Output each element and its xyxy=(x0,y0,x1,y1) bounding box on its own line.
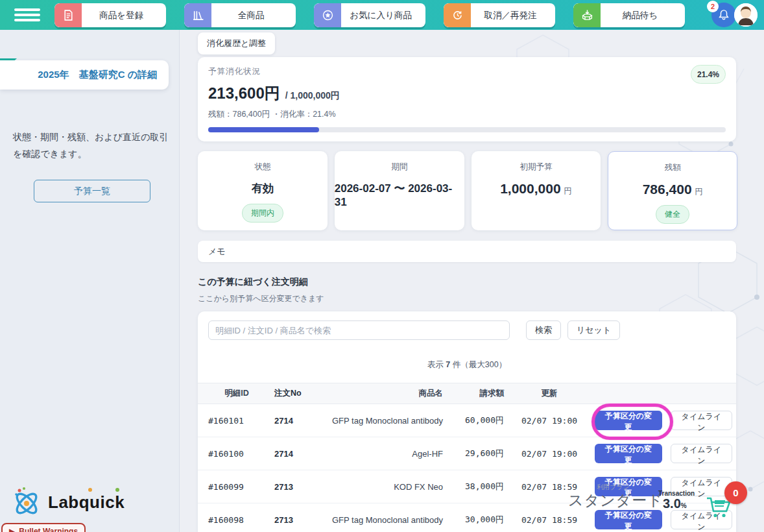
col-updated: 更新 xyxy=(504,388,595,399)
page-title: 2025年 基盤研究C の詳細 xyxy=(0,60,169,90)
col-amount: 請求額 xyxy=(446,388,504,399)
nav-button-0[interactable]: 商品を登録 xyxy=(54,3,166,27)
transaction-value: 3.0% xyxy=(663,496,687,511)
stat-card-3: 残額786,400円健全 xyxy=(608,151,737,230)
memo-label: メモ xyxy=(208,246,226,258)
notification-count-badge: 2 xyxy=(707,1,719,12)
cell-updated: 02/07 19:00 xyxy=(504,449,595,459)
hamburger-menu-icon[interactable] xyxy=(14,6,40,24)
nav-button-label: 取消／再発注 xyxy=(471,10,555,21)
app-logo: Labquick xyxy=(10,487,125,518)
stat-label: 残額 xyxy=(665,162,681,173)
memo-bar[interactable]: メモ xyxy=(198,241,736,262)
cell-detail-id: #160099 xyxy=(208,482,265,492)
cart-count-badge: 0 xyxy=(724,481,747,504)
tab-consumption-history[interactable]: 消化履歴と調整 xyxy=(198,32,275,54)
progress-fill xyxy=(208,127,319,132)
cell-order-no: 2713 xyxy=(265,482,317,492)
logo-wordmark: Labquick xyxy=(48,492,125,513)
change-budget-button[interactable]: 予算区分の変更 xyxy=(595,411,662,430)
timeline-button[interactable]: タイムライン xyxy=(671,444,732,463)
budget-consumption-card: 予算消化状況 213,600円 / 1,000,000円 残額：786,400円… xyxy=(198,57,736,141)
cell-amount: 30,000円 xyxy=(446,514,504,526)
delivery-icon xyxy=(573,3,601,27)
progress-track xyxy=(208,127,726,132)
table-row: #1601002714Agel-HF29,600円02/07 19:00予算区分… xyxy=(198,437,736,470)
consumption-summary: 残額：786,400円 ・消化率：21.4% xyxy=(208,109,336,120)
navbar-buttons: 商品を登録全商品お気に入り商品取消／再発注納品待ち xyxy=(54,3,685,27)
cell-detail-id: #160101 xyxy=(208,416,265,426)
star-icon xyxy=(314,3,341,27)
stat-value: 2026-02-07 〜 2026-03-31 xyxy=(335,181,464,209)
stat-label: 期間 xyxy=(391,162,407,173)
cell-product: Agel-HF xyxy=(317,449,446,459)
nav-button-label: 納品待ち xyxy=(601,10,685,21)
left-sidebar: 2025年 基盤研究C の詳細 状態・期間・残額、および直近の取引を確認できます… xyxy=(0,30,180,532)
plan-value: スタンダード xyxy=(568,490,663,511)
top-navbar: 商品を登録全商品お気に入り商品取消／再発注納品待ち 2 xyxy=(0,0,764,30)
atom-icon xyxy=(10,487,44,518)
budget-list-button[interactable]: 予算一覧 xyxy=(34,180,150,202)
nav-button-1[interactable]: 全商品 xyxy=(184,3,296,27)
stat-value: 1,000,000円 xyxy=(500,181,571,197)
document-icon xyxy=(54,3,82,27)
triangle-marker-icon: ▶ xyxy=(9,527,15,532)
cell-detail-id: #160098 xyxy=(208,515,265,525)
stat-cards-row: 状態有効期間内期間2026-02-07 〜 2026-03-31初期予算1,00… xyxy=(198,151,737,230)
consumption-percent-badge: 21.4% xyxy=(691,65,726,84)
cell-order-no: 2714 xyxy=(265,416,317,426)
change-budget-button[interactable]: 予算区分の変更 xyxy=(595,444,662,463)
nav-button-label: 商品を登録 xyxy=(82,10,166,21)
cell-product: GFP tag Monoclonal antibody xyxy=(317,515,446,525)
cell-amount: 60,000円 xyxy=(446,415,504,426)
stat-card-2: 初期予算1,000,000円 xyxy=(472,151,601,230)
nav-button-label: お気に入り商品 xyxy=(341,10,425,21)
stat-label: 初期予算 xyxy=(519,162,552,173)
stat-label: 状態 xyxy=(254,162,270,173)
spent-amount: 213,600円 xyxy=(208,83,280,104)
search-input[interactable] xyxy=(208,320,510,340)
stat-card-1: 期間2026-02-07 〜 2026-03-31 xyxy=(335,151,464,230)
search-button[interactable]: 検索 xyxy=(526,320,561,340)
cell-amount: 38,000円 xyxy=(446,481,504,492)
col-order-no: 注文No xyxy=(265,388,317,399)
stat-badge: 期間内 xyxy=(242,204,283,223)
cell-updated: 02/07 19:00 xyxy=(504,416,595,426)
sidebar-description: 状態・期間・残額、および直近の取引を確認できます。 xyxy=(13,128,170,162)
main-content: 消化履歴と調整 予算消化状況 213,600円 / 1,000,000円 残額：… xyxy=(180,30,764,532)
orders-section-title: この予算に紐づく注文明細 xyxy=(198,276,308,288)
table-header: 明細ID 注文No 商品名 請求額 更新 xyxy=(198,383,736,404)
stat-card-0: 状態有効期間内 xyxy=(198,151,328,230)
result-count: 表示 7 件（最大300） xyxy=(198,359,736,370)
nav-button-4[interactable]: 納品待ち xyxy=(573,3,685,27)
orders-section-subtitle: ここから別予算へ区分変更できます xyxy=(198,293,324,304)
bookshelf-icon xyxy=(184,3,211,27)
table-row: #1601012714GFP tag Monoclonal antibody60… xyxy=(198,404,736,437)
cell-product: GFP tag Monoclonal antibody xyxy=(317,416,446,426)
cell-amount: 29,600円 xyxy=(446,448,504,459)
stat-badge: 健全 xyxy=(656,205,689,224)
stat-value: 有効 xyxy=(252,181,274,196)
notification-bell[interactable]: 2 xyxy=(711,3,736,27)
col-product: 商品名 xyxy=(317,388,446,399)
total-amount: / 1,000,000円 xyxy=(285,90,340,102)
cell-detail-id: #160100 xyxy=(208,449,265,459)
stat-value: 786,400円 xyxy=(643,182,703,197)
cell-order-no: 2713 xyxy=(265,515,317,525)
cell-order-no: 2714 xyxy=(265,449,317,459)
timeline-button[interactable]: タイムライン xyxy=(671,411,732,430)
user-avatar[interactable] xyxy=(734,3,758,27)
plan-footer-overlay: 利用プラン スタンダード Transaction 3.0% 0 xyxy=(564,481,759,520)
bullet-warnings-tag[interactable]: ▶ Bullet Warnings xyxy=(1,523,86,532)
reset-button[interactable]: リセット xyxy=(567,320,620,340)
history-icon xyxy=(444,3,471,27)
nav-button-label: 全商品 xyxy=(211,10,296,21)
col-detail-id: 明細ID xyxy=(208,388,265,399)
nav-button-3[interactable]: 取消／再発注 xyxy=(444,3,555,27)
consumption-label: 予算消化状況 xyxy=(208,66,261,77)
nav-button-2[interactable]: お気に入り商品 xyxy=(314,3,425,27)
cell-product: KOD FX Neo xyxy=(317,482,446,492)
